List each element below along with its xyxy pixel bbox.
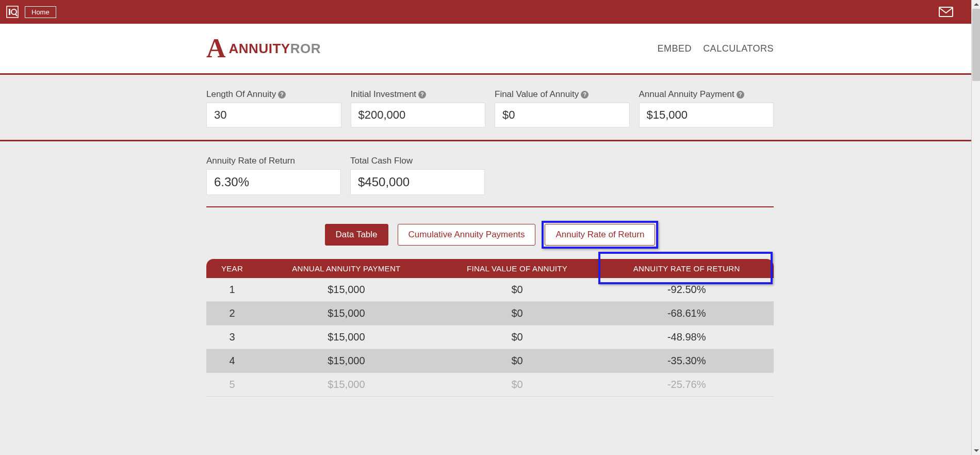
cash-result-label: Total Cash Flow (350, 156, 485, 166)
payment-input[interactable] (639, 103, 774, 127)
cell-payment: $15,000 (258, 349, 435, 373)
nav-embed[interactable]: EMBED (658, 43, 692, 54)
view-tabs: Data Table Cumulative Annuity Payments A… (206, 207, 774, 259)
help-icon[interactable]: ? (418, 91, 426, 99)
initial-group: Initial Investment? (351, 89, 486, 127)
cell-final: $0 (435, 302, 600, 326)
th-ror: ANNUITY RATE OF RETURN (599, 259, 774, 278)
tab-data-table[interactable]: Data Table (325, 224, 388, 246)
payment-group: Annual Annuity Payment? (639, 89, 774, 127)
inputs-section: Length Of Annuity? Initial Investment? F… (0, 75, 980, 141)
table-row: 3$15,000$0-48.98% (206, 326, 774, 349)
payment-label: Annual Annuity Payment? (639, 89, 774, 100)
logo-text: ANNUITYROR (229, 41, 321, 57)
ror-result-value: 6.30% (206, 169, 341, 195)
main-nav: EMBED CALCULATORS (658, 43, 774, 54)
table-row: 2$15,000$0-68.61% (206, 302, 774, 326)
cell-payment: $15,000 (258, 302, 435, 326)
highlight-annotation-tab: Annuity Rate of Return (545, 224, 655, 246)
cell-payment: $15,000 (258, 373, 435, 397)
initial-label: Initial Investment? (351, 89, 486, 100)
help-icon[interactable]: ? (737, 91, 744, 99)
final-label: Final Value of Annuity? (495, 89, 630, 100)
cell-year: 5 (206, 373, 258, 397)
scroll-thumb[interactable] (972, 9, 980, 81)
ror-result-group: Annuity Rate of Return 6.30% (206, 156, 341, 195)
cell-payment: $15,000 (258, 326, 435, 349)
length-group: Length Of Annuity? (206, 89, 341, 127)
cell-final: $0 (435, 326, 600, 349)
cell-final: $0 (435, 373, 600, 397)
th-payment: ANNUAL ANNUITY PAYMENT (258, 259, 435, 278)
nav-calculators[interactable]: CALCULATORS (703, 43, 774, 54)
site-header: A ANNUITYROR EMBED CALCULATORS (0, 24, 980, 75)
svg-point-2 (11, 9, 17, 14)
length-label: Length Of Annuity? (206, 89, 341, 100)
cash-result-group: Total Cash Flow $450,000 (350, 156, 485, 195)
help-icon[interactable]: ? (278, 91, 286, 99)
tab-ror[interactable]: Annuity Rate of Return (545, 224, 655, 246)
length-input[interactable] (206, 103, 341, 127)
final-group: Final Value of Annuity? (495, 89, 630, 127)
results-section: Annuity Rate of Return 6.30% Total Cash … (0, 141, 980, 397)
th-ror-text: ANNUITY RATE OF RETURN (633, 264, 740, 273)
cell-ror: -25.76% (599, 373, 774, 397)
cell-ror: -35.30% (599, 349, 774, 373)
mail-icon[interactable] (939, 6, 953, 18)
cell-ror: -92.50% (599, 278, 774, 302)
logo-letter: A (206, 35, 226, 62)
cell-year: 3 (206, 326, 258, 349)
home-button[interactable]: Home (25, 6, 56, 18)
topbar-left: Home (6, 6, 56, 18)
cell-year: 1 (206, 278, 258, 302)
cell-year: 2 (206, 302, 258, 326)
top-bar: Home (0, 0, 980, 24)
ror-result-label: Annuity Rate of Return (206, 156, 341, 166)
cell-final: $0 (435, 349, 600, 373)
scrollbar[interactable] (971, 0, 980, 397)
cell-year: 4 (206, 349, 258, 373)
th-final: FINAL VALUE OF ANNUITY (435, 259, 600, 278)
cell-payment: $15,000 (258, 278, 435, 302)
table-header-row: YEAR ANNUAL ANNUITY PAYMENT FINAL VALUE … (206, 259, 774, 278)
cell-ror: -68.61% (599, 302, 774, 326)
data-table: YEAR ANNUAL ANNUITY PAYMENT FINAL VALUE … (206, 259, 774, 397)
cell-ror: -48.98% (599, 326, 774, 349)
svg-line-3 (15, 14, 17, 16)
final-input[interactable] (495, 103, 630, 127)
site-logo[interactable]: A ANNUITYROR (206, 35, 321, 62)
table-row: 4$15,000$0-35.30% (206, 349, 774, 373)
table-row: 1$15,000$0-92.50% (206, 278, 774, 302)
scroll-up-icon[interactable] (972, 0, 980, 9)
svg-rect-4 (939, 7, 953, 17)
svg-rect-1 (9, 9, 10, 15)
cell-final: $0 (435, 278, 600, 302)
cash-result-value: $450,000 (350, 169, 485, 195)
data-table-wrap: YEAR ANNUAL ANNUITY PAYMENT FINAL VALUE … (206, 259, 774, 397)
th-year: YEAR (206, 259, 258, 278)
iq-logo-icon[interactable] (6, 6, 19, 18)
help-icon[interactable]: ? (581, 91, 589, 99)
tab-cumulative[interactable]: Cumulative Annuity Payments (398, 224, 536, 246)
table-row-partial: 5$15,000$0-25.76% (206, 373, 774, 397)
initial-input[interactable] (351, 103, 486, 127)
